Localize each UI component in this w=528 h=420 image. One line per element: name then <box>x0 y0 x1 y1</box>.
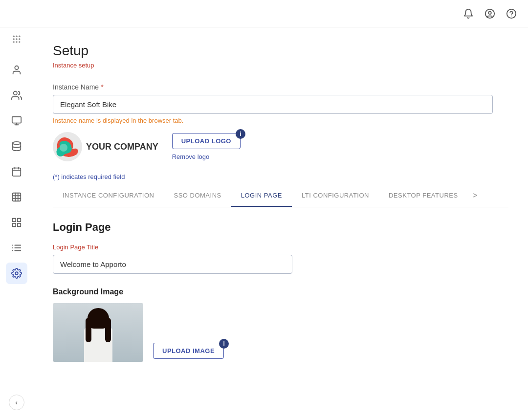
topbar-icons <box>462 7 518 21</box>
svg-point-9 <box>19 38 20 40</box>
sidebar-item-users[interactable] <box>6 59 27 81</box>
svg-point-10 <box>13 41 14 43</box>
sidebar-collapse-button[interactable]: ‹ <box>9 395 24 410</box>
background-image-label: Background Image <box>53 287 508 296</box>
svg-point-18 <box>12 142 21 145</box>
logo-preview: YOUR COMPANY <box>53 132 158 161</box>
tabs-bar: INSTANCE CONFIGURATION SSO DOMAINS LOGIN… <box>53 184 508 207</box>
svg-point-4 <box>13 36 14 37</box>
required-field-note: (*) indicates required field <box>53 173 508 180</box>
login-page-title-input[interactable] <box>53 255 292 274</box>
main-content: Setup Instance setup Instance Name * Ins… <box>33 27 528 420</box>
svg-point-12 <box>19 41 20 43</box>
sidebar-item-list[interactable] <box>6 237 27 259</box>
breadcrumb-link[interactable]: Instance setup <box>53 62 94 69</box>
bell-icon[interactable] <box>462 7 475 21</box>
svg-rect-29 <box>17 219 20 221</box>
svg-rect-23 <box>12 193 21 201</box>
remove-logo-link[interactable]: Remove logo <box>172 153 210 160</box>
svg-point-13 <box>15 66 18 69</box>
sidebar-item-groups[interactable] <box>6 85 27 106</box>
svg-rect-31 <box>12 223 15 226</box>
tab-instance-configuration[interactable]: INSTANCE CONFIGURATION <box>53 185 164 207</box>
sidebar-item-storage[interactable] <box>6 135 27 157</box>
tab-lti-configuration[interactable]: LTI CONFIGURATION <box>292 185 379 207</box>
tabs-more-button[interactable]: > <box>468 184 482 207</box>
sidebar-item-settings[interactable] <box>6 263 27 284</box>
upload-image-area: UPLOAD IMAGE i <box>153 343 224 362</box>
tab-login-page[interactable]: LOGIN PAGE <box>231 185 292 207</box>
user-circle-icon[interactable] <box>483 7 497 21</box>
page-title: Setup <box>53 43 508 59</box>
login-page-title-label: Login Page Title <box>53 243 508 251</box>
instance-name-section: Instance Name * Instance name is display… <box>53 83 508 124</box>
svg-point-8 <box>16 38 17 40</box>
tab-desktop-features[interactable]: DESKTOP FEATURES <box>379 185 468 207</box>
svg-point-40 <box>60 144 67 152</box>
sidebar-item-devices[interactable] <box>6 110 27 132</box>
apps-grid-icon[interactable] <box>12 29 22 51</box>
sidebar-item-reports[interactable] <box>6 186 27 208</box>
svg-point-6 <box>19 36 20 37</box>
svg-rect-19 <box>12 168 21 177</box>
svg-point-5 <box>16 36 17 37</box>
svg-point-7 <box>13 38 14 40</box>
required-marker: * <box>101 83 103 91</box>
login-title-field: Login Page Title <box>53 243 508 274</box>
svg-rect-28 <box>12 219 15 221</box>
tab-sso-domains[interactable]: SSO DOMAINS <box>164 185 231 207</box>
topbar <box>0 0 528 27</box>
bg-image-row: UPLOAD IMAGE i <box>53 303 508 362</box>
svg-point-11 <box>16 41 17 43</box>
instance-name-label: Instance Name * <box>53 83 508 91</box>
help-circle-icon[interactable] <box>505 7 518 21</box>
upload-image-info-badge: i <box>219 339 229 349</box>
sidebar: ‹ <box>0 0 33 420</box>
instance-name-input[interactable] <box>53 95 493 114</box>
svg-rect-15 <box>12 117 21 123</box>
svg-point-14 <box>13 91 17 95</box>
login-page-section: Login Page Login Page Title Background I… <box>53 221 508 362</box>
upload-image-button[interactable]: UPLOAD IMAGE <box>153 343 224 359</box>
company-name-text: YOUR COMPANY <box>86 142 158 152</box>
svg-rect-30 <box>17 223 20 226</box>
instance-name-hint: Instance name is displayed in the browse… <box>53 117 508 124</box>
login-page-section-title: Login Page <box>53 221 508 234</box>
company-logo-image <box>53 132 82 161</box>
sidebar-item-calendar[interactable] <box>6 161 27 182</box>
logo-section: YOUR COMPANY UPLOAD LOGO i Remove logo <box>53 132 508 161</box>
upload-logo-info-badge: i <box>236 129 245 139</box>
bg-person-figure <box>53 303 143 362</box>
sidebar-item-grid[interactable] <box>6 212 27 233</box>
upload-logo-area: UPLOAD LOGO i Remove logo <box>172 133 241 160</box>
background-image-preview <box>53 303 143 362</box>
upload-logo-button[interactable]: UPLOAD LOGO <box>172 133 241 149</box>
svg-point-1 <box>488 11 491 14</box>
background-image-field: Background Image <box>53 287 508 362</box>
svg-point-38 <box>15 272 18 275</box>
